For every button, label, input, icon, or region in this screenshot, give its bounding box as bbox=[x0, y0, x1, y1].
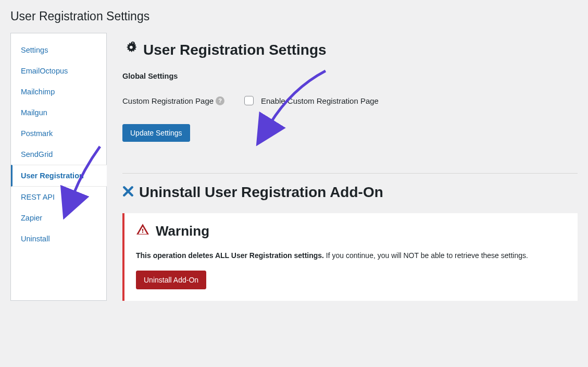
custom-registration-label: Custom Registration Page ? bbox=[122, 96, 240, 105]
sidebar-item-zapier[interactable]: Zapier bbox=[11, 207, 106, 228]
gears-icon bbox=[122, 40, 138, 59]
settings-heading: User Registration Settings bbox=[122, 40, 578, 59]
uninstall-addon-button[interactable]: Uninstall Add-On bbox=[136, 271, 206, 289]
help-icon[interactable]: ? bbox=[216, 96, 224, 105]
uninstall-heading-text: Uninstall User Registration Add-On bbox=[139, 184, 383, 201]
settings-heading-text: User Registration Settings bbox=[143, 42, 327, 58]
page-title: User Registration Settings bbox=[0, 0, 588, 33]
warning-text: This operation deletes ALL User Registra… bbox=[136, 250, 568, 261]
uninstall-heading: Uninstall User Registration Add-On bbox=[122, 184, 578, 201]
enable-custom-registration-checkbox[interactable] bbox=[244, 96, 254, 105]
sidebar-item-uninstall[interactable]: Uninstall bbox=[11, 228, 106, 249]
update-settings-button[interactable]: Update Settings bbox=[122, 124, 190, 142]
global-settings-label: Global Settings bbox=[122, 72, 578, 80]
sidebar-item-postmark[interactable]: Postmark bbox=[11, 123, 106, 144]
main-content: User Registration Settings Global Settin… bbox=[107, 33, 588, 301]
warning-icon bbox=[136, 223, 149, 240]
sidebar-item-sendgrid[interactable]: SendGrid bbox=[11, 144, 106, 165]
sidebar-item-rest-api[interactable]: REST API bbox=[11, 187, 106, 207]
enable-custom-registration-label: Enable Custom Registration Page bbox=[261, 96, 379, 105]
sidebar-item-user-registration[interactable]: User Registration bbox=[11, 165, 107, 187]
divider bbox=[122, 173, 578, 174]
warning-box: Warning This operation deletes ALL User … bbox=[122, 213, 578, 301]
custom-registration-row: Custom Registration Page ? Enable Custom… bbox=[122, 96, 578, 105]
sidebar-item-mailchimp[interactable]: Mailchimp bbox=[11, 81, 106, 102]
sidebar: Settings EmailOctopus Mailchimp Mailgun … bbox=[10, 33, 107, 301]
sidebar-item-emailoctopus[interactable]: EmailOctopus bbox=[11, 60, 106, 81]
close-icon bbox=[122, 184, 134, 201]
sidebar-item-mailgun[interactable]: Mailgun bbox=[11, 102, 106, 123]
warning-title: Warning bbox=[136, 223, 568, 240]
sidebar-item-settings[interactable]: Settings bbox=[11, 40, 106, 60]
